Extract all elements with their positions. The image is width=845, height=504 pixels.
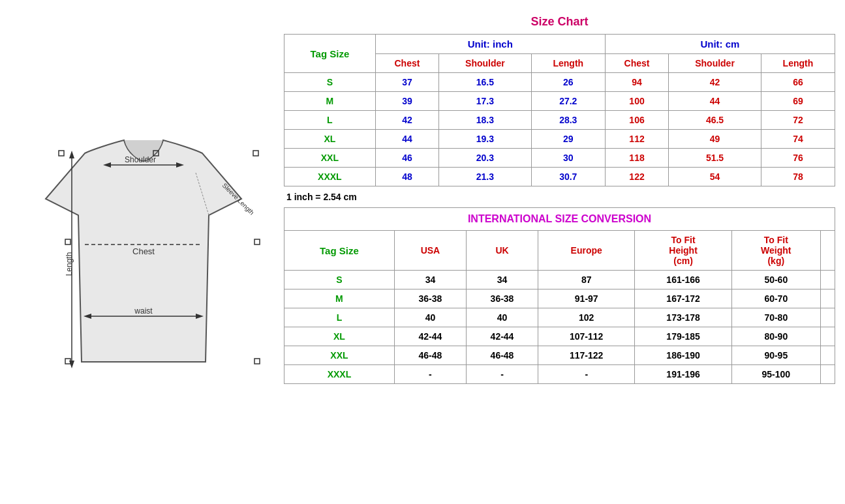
size-chart-table: Tag Size Unit: inch Unit: cm Chest Shoul… <box>284 34 835 186</box>
intl-table-row: L 40 40 102 173-178 70-80 <box>284 308 835 327</box>
intl-table-row: XL 42-44 42-44 107-112 179-185 80-90 <box>284 327 835 346</box>
intl-height-header: To FitHeight(cm) <box>635 231 731 271</box>
intl-weight-header: To FitWeight(kg) <box>731 231 820 271</box>
tshirt-diagram: Shoulder Length waist Chest Sleeve Lengt… <box>20 114 268 388</box>
intl-height-cell: 186-190 <box>635 346 731 365</box>
intl-usa-cell: 36-38 <box>394 289 466 308</box>
size-chart-panel: Size Chart Tag Size Unit: inch Unit: cm … <box>281 7 838 387</box>
svg-text:waist: waist <box>134 306 153 316</box>
intl-extra-cell <box>820 271 835 289</box>
inch-shoulder-cell: 18.3 <box>439 111 532 130</box>
inch-chest-cell: 39 <box>375 92 438 111</box>
intl-height-cell: 179-185 <box>635 327 731 346</box>
cm-length-cell: 66 <box>761 73 835 92</box>
svg-rect-16 <box>65 239 70 245</box>
tag-size-cell: L <box>284 111 376 130</box>
size-table-row: L 42 18.3 28.3 106 46.5 72 <box>284 111 835 130</box>
svg-text:Chest: Chest <box>132 246 155 256</box>
intl-extra-cell <box>820 327 835 346</box>
cm-shoulder-cell: 49 <box>669 130 761 149</box>
intl-table-row: S 34 34 87 161-166 50-60 <box>284 271 835 289</box>
intl-weight-cell: 70-80 <box>731 308 820 327</box>
intl-europe-cell: 91-97 <box>538 289 635 308</box>
intl-table-row: M 36-38 36-38 91-97 167-172 60-70 <box>284 289 835 308</box>
inch-chest-cell: 44 <box>375 130 438 149</box>
inch-shoulder-header: Shoulder <box>439 54 532 73</box>
size-table-row: M 39 17.3 27.2 100 44 69 <box>284 92 835 111</box>
inch-length-cell: 30 <box>531 149 605 168</box>
cm-shoulder-header: Shoulder <box>669 54 761 73</box>
intl-tag-cell: XL <box>284 327 395 346</box>
intl-extra-cell <box>820 289 835 308</box>
svg-text:Length: Length <box>65 252 74 276</box>
intl-extra-cell <box>820 365 835 384</box>
cm-chest-cell: 112 <box>605 130 668 149</box>
intl-uk-cell: 42-44 <box>466 327 538 346</box>
intl-usa-cell: 40 <box>394 308 466 327</box>
cm-shoulder-cell: 46.5 <box>669 111 761 130</box>
cm-chest-cell: 118 <box>605 149 668 168</box>
inch-chest-cell: 46 <box>375 149 438 168</box>
intl-europe-cell: 102 <box>538 308 635 327</box>
cm-length-cell: 72 <box>761 111 835 130</box>
intl-uk-cell: 34 <box>466 271 538 289</box>
inch-length-cell: 27.2 <box>531 92 605 111</box>
intl-weight-cell: 95-100 <box>731 365 820 384</box>
cm-length-cell: 69 <box>761 92 835 111</box>
intl-table-row: XXXL - - - 191-196 95-100 <box>284 365 835 384</box>
size-chart-title: Size Chart <box>284 10 835 34</box>
intl-tag-cell: XXXL <box>284 365 395 384</box>
unit-inch-header: Unit: inch <box>375 35 605 54</box>
cm-shoulder-cell: 54 <box>669 168 761 186</box>
svg-rect-18 <box>254 239 260 245</box>
inch-length-cell: 30.7 <box>531 168 605 186</box>
inch-length-cell: 29 <box>531 130 605 149</box>
inch-shoulder-cell: 16.5 <box>439 73 532 92</box>
tag-size-cell: XL <box>284 130 376 149</box>
inch-shoulder-cell: 19.3 <box>439 130 532 149</box>
svg-rect-21 <box>253 151 258 156</box>
intl-uk-cell: 40 <box>466 308 538 327</box>
intl-weight-cell: 50-60 <box>731 271 820 289</box>
svg-rect-19 <box>254 359 260 364</box>
conversion-note: 1 inch = 2.54 cm <box>284 186 835 207</box>
inch-chest-cell: 37 <box>375 73 438 92</box>
intl-europe-cell: 107-112 <box>538 327 635 346</box>
intl-uk-cell: - <box>466 365 538 384</box>
inch-length-cell: 28.3 <box>531 111 605 130</box>
intl-usa-cell: - <box>394 365 466 384</box>
intl-conversion-table: Tag Size USA UK Europe To FitHeight(cm) … <box>284 230 835 384</box>
intl-usa-cell: 42-44 <box>394 327 466 346</box>
intl-extra-cell <box>820 346 835 365</box>
intl-europe-cell: 87 <box>538 271 635 289</box>
intl-extra-cell <box>820 308 835 327</box>
intl-usa-cell: 34 <box>394 271 466 289</box>
size-table-row: S 37 16.5 26 94 42 66 <box>284 73 835 92</box>
intl-tag-cell: S <box>284 271 395 289</box>
cm-length-cell: 76 <box>761 149 835 168</box>
intl-europe-cell: 117-122 <box>538 346 635 365</box>
intl-tag-cell: XXL <box>284 346 395 365</box>
intl-usa-header: USA <box>394 231 466 271</box>
intl-tag-cell: M <box>284 289 395 308</box>
inch-length-header: Length <box>531 54 605 73</box>
svg-marker-7 <box>69 151 74 158</box>
intl-europe-header: Europe <box>538 231 635 271</box>
intl-usa-cell: 46-48 <box>394 346 466 365</box>
tag-size-cell: XXL <box>284 149 376 168</box>
intl-weight-cell: 90-95 <box>731 346 820 365</box>
cm-chest-header: Chest <box>605 54 668 73</box>
size-table-row: XL 44 19.3 29 112 49 74 <box>284 130 835 149</box>
intl-weight-cell: 80-90 <box>731 327 820 346</box>
intl-tag-cell: L <box>284 308 395 327</box>
inch-shoulder-cell: 17.3 <box>439 92 532 111</box>
intl-uk-header: UK <box>466 231 538 271</box>
inch-shoulder-cell: 21.3 <box>439 168 532 186</box>
intl-height-cell: 167-172 <box>635 289 731 308</box>
cm-shoulder-cell: 44 <box>669 92 761 111</box>
intl-uk-cell: 36-38 <box>466 289 538 308</box>
inch-chest-cell: 48 <box>375 168 438 186</box>
intl-europe-cell: - <box>538 365 635 384</box>
unit-cm-header: Unit: cm <box>605 35 835 54</box>
inch-chest-cell: 42 <box>375 111 438 130</box>
